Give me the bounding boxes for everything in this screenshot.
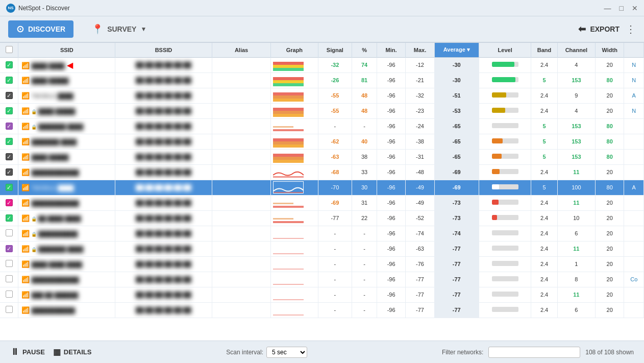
restore-button[interactable]: □ (620, 4, 624, 12)
row-checkbox[interactable] (6, 291, 13, 298)
discover-button[interactable]: ⊙ DISCOVER (8, 20, 73, 38)
row-bssid: ██:██:██:██:██:██ (115, 88, 212, 103)
col-header-max[interactable]: Max. (406, 43, 434, 57)
row-checkbox[interactable]: ✓ (6, 184, 13, 191)
table-row[interactable]: ✓📶██████████████:██:██:██:██:██-6833-96-… (0, 164, 644, 180)
row-checkbox-cell[interactable]: ✓ (0, 134, 18, 149)
row-checkbox-cell[interactable]: ✓ (0, 57, 18, 72)
table-row[interactable]: ✓📶🔒████ ███████:██:██:██:██:██-5548-96-2… (0, 103, 644, 118)
row-signal: - (318, 302, 352, 318)
row-checkbox-cell[interactable]: ✓ (0, 118, 18, 134)
row-checkbox-cell[interactable] (0, 226, 18, 241)
row-checkbox[interactable]: ✓ (6, 77, 13, 84)
row-checkbox[interactable]: ✓ (6, 245, 13, 252)
col-header-bssid[interactable]: BSSID (115, 43, 212, 57)
close-button[interactable]: ✕ (632, 4, 638, 12)
row-width: 80 (596, 72, 624, 88)
details-button[interactable]: ▦ DETAILS (53, 347, 92, 357)
table-row[interactable]: 📶🔒████████████:██:██:██:██:██---96-74-74… (0, 226, 644, 241)
row-checkbox-cell[interactable] (0, 287, 18, 302)
row-bssid: ██:██:██:██:██:██ (115, 164, 212, 180)
export-button[interactable]: ⬅ EXPORT (578, 23, 620, 35)
table-row[interactable]: ✓📶🔒██ ████ ██████:██:██:██:██:██-7722-96… (0, 210, 644, 226)
survey-dropdown-icon[interactable]: ▼ (140, 26, 146, 33)
table-row[interactable]: 📶███ ██ ████████:██:██:██:██:██---96-77-… (0, 287, 644, 302)
row-level (479, 287, 531, 302)
survey-button[interactable]: 📍 SURVEY ▼ (84, 20, 155, 38)
row-graph (271, 149, 318, 164)
row-checkbox-cell[interactable]: ✓ (0, 180, 18, 195)
table-row[interactable]: 📶█████████████:██:██:██:██:██---96-77-77… (0, 302, 644, 318)
table-row[interactable]: 📶██████████████:██:██:██:██:██---96-77-7… (0, 272, 644, 287)
col-header-graph[interactable]: Graph (271, 43, 318, 57)
col-header-level[interactable]: Level (479, 43, 531, 57)
row-checkbox-cell[interactable]: ✓ (0, 103, 18, 118)
col-header-extra (624, 43, 644, 57)
svg-rect-1 (273, 65, 304, 68)
row-checkbox-cell[interactable]: ✓ (0, 88, 18, 103)
minimize-button[interactable]: — (604, 4, 611, 12)
row-graph (271, 164, 318, 180)
row-channel: 100 (557, 180, 595, 195)
row-checkbox[interactable]: ✓ (6, 138, 13, 145)
row-max: -32 (406, 88, 434, 103)
row-max: -23 (406, 103, 434, 118)
row-checkbox-cell[interactable]: ✓ (0, 195, 18, 210)
scan-interval-select[interactable]: 5 sec 10 sec 30 sec (266, 347, 307, 358)
col-header-average[interactable]: Average ▾ (434, 43, 479, 57)
row-band: 2.4 (531, 195, 557, 210)
row-checkbox[interactable] (6, 306, 13, 313)
row-checkbox[interactable]: ✓ (6, 214, 13, 222)
row-checkbox[interactable] (6, 260, 13, 267)
table-row[interactable]: ✓📶███████ ██████:██:██:██:██:██-6240-96-… (0, 134, 644, 149)
col-header-min[interactable]: Min. (377, 43, 405, 57)
table-row[interactable]: 📶████ ████ ██████:██:██:██:██:██---96-76… (0, 256, 644, 272)
row-alias (212, 272, 270, 287)
row-checkbox-cell[interactable]: ✓ (0, 210, 18, 226)
row-checkbox-cell[interactable]: ✓ (0, 241, 18, 256)
table-row[interactable]: ✓📶████ ███████:██:██:██:██:██-2681-96-21… (0, 72, 644, 88)
filter-input[interactable] (488, 347, 580, 358)
col-header-band[interactable]: Band (531, 43, 557, 57)
row-bssid: ██:██:██:██:██:██ (115, 210, 212, 226)
row-checkbox-cell[interactable]: ✓ (0, 149, 18, 164)
col-header-ssid[interactable]: SSID (18, 43, 115, 57)
pause-button[interactable]: ⏸ PAUSE (10, 347, 45, 357)
row-checkbox[interactable]: ✓ (6, 168, 13, 176)
col-header-pct[interactable]: % (352, 43, 377, 57)
row-checkbox[interactable]: ✓ (6, 123, 13, 130)
row-graph (271, 134, 318, 149)
table-row[interactable]: ✓📶TMOBILE-██████:██:██:██:██:██-7030-96-… (0, 180, 644, 195)
row-checkbox-cell[interactable]: ✓ (0, 72, 18, 88)
col-header-check[interactable] (0, 43, 18, 57)
row-checkbox[interactable]: ✓ (6, 61, 13, 68)
table-row[interactable]: ✓📶████ ████◀██:██:██:██:██:██-3274-96-12… (0, 57, 644, 72)
menu-dots-button[interactable]: ⋮ (626, 23, 636, 35)
row-checkbox-cell[interactable] (0, 272, 18, 287)
row-checkbox-cell[interactable]: ✓ (0, 164, 18, 180)
row-ssid: 📶🔒██████████ (18, 226, 115, 241)
row-checkbox[interactable] (6, 229, 13, 236)
toolbar: ⊙ DISCOVER 📍 SURVEY ▼ ⬅ EXPORT ⋮ (0, 16, 644, 43)
col-header-signal[interactable]: Signal (318, 43, 352, 57)
lock-icon: 🔒 (31, 125, 37, 130)
row-checkbox[interactable] (6, 275, 13, 282)
row-checkbox[interactable]: ✓ (6, 153, 13, 160)
table-row[interactable]: ✓📶🔒███████ ██████:██:██:██:██:██---96-24… (0, 118, 644, 134)
table-row[interactable]: ✓📶TMOBILE ██████:██:██:██:██:██-5548-96-… (0, 88, 644, 103)
row-checkbox-cell[interactable] (0, 302, 18, 318)
col-header-alias[interactable]: Alias (212, 43, 270, 57)
svg-rect-17 (273, 160, 304, 163)
row-checkbox[interactable]: ✓ (6, 92, 13, 99)
select-all-checkbox[interactable] (6, 46, 13, 53)
table-row[interactable]: ✓📶🔒███████ ██████:██:██:██:██:██---96-63… (0, 241, 644, 256)
table-row[interactable]: ✓📶██████████████:██:██:██:██:██-6931-96-… (0, 195, 644, 210)
col-header-width[interactable]: Width (596, 43, 624, 57)
row-checkbox[interactable]: ✓ (6, 199, 13, 206)
table-row[interactable]: ✓📶████ ███████:██:██:██:██:██-6338-96-31… (0, 149, 644, 164)
row-checkbox-cell[interactable] (0, 256, 18, 272)
row-checkbox[interactable]: ✓ (6, 107, 13, 114)
wifi-icon: 📶 (21, 306, 30, 314)
row-alias (212, 256, 270, 272)
col-header-channel[interactable]: Channel (557, 43, 595, 57)
